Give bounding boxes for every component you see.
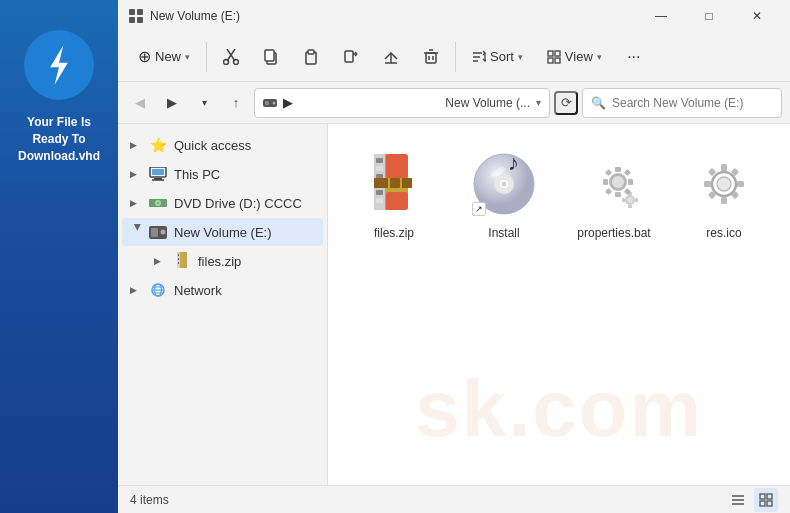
svg-rect-12: [308, 50, 314, 54]
file-item-files-zip[interactable]: files.zip: [344, 140, 444, 248]
monitor-icon: [149, 167, 167, 181]
search-box[interactable]: 🔍: [582, 88, 782, 118]
lightning-icon: [37, 43, 81, 87]
files-zip-name: files.zip: [374, 226, 414, 240]
svg-rect-63: [376, 198, 383, 203]
address-box[interactable]: ▶ New Volume (... ▾: [254, 88, 550, 118]
back-button[interactable]: ◀: [126, 89, 154, 117]
separator-1: [206, 42, 207, 72]
dvd-drive-icon: [148, 193, 168, 213]
svg-rect-28: [548, 51, 553, 56]
svg-rect-98: [737, 181, 744, 187]
svg-rect-13: [345, 51, 353, 62]
install-icon: ♪ ↗: [468, 148, 540, 220]
address-chevron-icon: ▾: [536, 97, 541, 108]
properties-bat-name: properties.bat: [577, 226, 650, 240]
copy-button[interactable]: [253, 39, 289, 75]
svg-marker-0: [50, 45, 68, 85]
svg-rect-62: [376, 190, 383, 195]
new-volume-label: New Volume (E:): [174, 225, 272, 240]
sort-chevron-icon: ▾: [518, 52, 523, 62]
svg-rect-29: [555, 51, 560, 56]
nav-item-files-zip[interactable]: ▶ files.zip: [146, 247, 323, 275]
svg-rect-81: [603, 179, 608, 185]
close-button[interactable]: ✕: [734, 0, 780, 32]
dvd-chevron-icon: ▶: [130, 198, 146, 208]
maximize-button[interactable]: □: [686, 0, 732, 32]
svg-point-88: [627, 197, 633, 203]
addressbar: ◀ ▶ ▾ ↑ ▶ New Volume (... ▾ ⟳ 🔍: [118, 82, 790, 124]
svg-rect-33: [265, 101, 269, 105]
gear-single-icon: [690, 150, 758, 218]
svg-point-8: [234, 59, 239, 64]
svg-rect-96: [721, 197, 727, 204]
properties-bat-icon: [578, 148, 650, 220]
svg-point-34: [273, 101, 276, 104]
disc-icon: [149, 196, 167, 210]
minimize-button[interactable]: —: [638, 0, 684, 32]
svg-rect-1: [129, 9, 135, 15]
files-zip-label: files.zip: [198, 254, 241, 269]
svg-rect-82: [628, 179, 633, 185]
new-volume-chevron-icon: ▶: [133, 224, 143, 240]
svg-rect-67: [386, 154, 408, 178]
grid-view-icon: [759, 493, 773, 507]
list-view-toggle[interactable]: [726, 488, 750, 512]
this-pc-icon: [148, 164, 168, 184]
up-button[interactable]: ↑: [222, 89, 250, 117]
svg-rect-19: [426, 53, 436, 63]
svg-rect-38: [152, 169, 164, 175]
install-name: Install: [488, 226, 519, 240]
svg-point-41: [157, 202, 159, 204]
nav-item-new-volume[interactable]: ▶ New Volume (E:): [122, 218, 323, 246]
share-button[interactable]: [373, 39, 409, 75]
res-ico-icon: [688, 148, 760, 220]
new-button[interactable]: ⊕ New ▾: [128, 41, 200, 72]
search-input[interactable]: [612, 96, 773, 110]
cut-button[interactable]: [213, 39, 249, 75]
share-icon: [383, 49, 399, 65]
more-button[interactable]: ···: [616, 39, 652, 75]
svg-rect-66: [390, 178, 400, 188]
file-item-install[interactable]: ♪ ↗ Install: [454, 140, 554, 248]
nav-item-dvd-drive[interactable]: ▶ DVD Drive (D:) CCCC: [122, 189, 323, 217]
nav-item-quick-access[interactable]: ▶ ⭐ Quick access: [122, 131, 323, 159]
file-item-properties-bat[interactable]: properties.bat: [564, 140, 664, 248]
svg-rect-3: [129, 17, 135, 23]
forward-button[interactable]: ▶: [158, 89, 186, 117]
svg-rect-108: [760, 501, 765, 506]
svg-rect-89: [628, 192, 632, 195]
files-zip-large-icon: [358, 148, 430, 220]
svg-rect-84: [624, 169, 631, 176]
svg-rect-80: [615, 192, 621, 197]
svg-rect-58: [376, 158, 383, 163]
nav-item-network[interactable]: ▶ Network: [122, 276, 323, 304]
window-icon: [128, 8, 144, 24]
svg-point-7: [224, 59, 229, 64]
winrar-icon: [360, 150, 428, 218]
new-volume-icon: [148, 222, 168, 242]
file-item-res-ico[interactable]: res.ico: [674, 140, 774, 248]
svg-rect-43: [151, 228, 158, 237]
dropdown-button[interactable]: ▾: [190, 89, 218, 117]
window-title: New Volume (E:): [150, 9, 638, 23]
paste-icon: [303, 49, 319, 65]
shortcut-badge: ↗: [472, 202, 486, 216]
delete-button[interactable]: [413, 39, 449, 75]
grid-view-toggle[interactable]: [754, 488, 778, 512]
network-icon: [148, 280, 168, 300]
svg-rect-85: [605, 188, 612, 195]
view-button[interactable]: View ▾: [537, 43, 612, 70]
winrar-mini-icon: [173, 252, 191, 270]
paste-button[interactable]: [293, 39, 329, 75]
network-label: Network: [174, 283, 222, 298]
refresh-button[interactable]: ⟳: [554, 91, 578, 115]
rename-button[interactable]: [333, 39, 369, 75]
sort-button[interactable]: Sort ▾: [462, 43, 533, 70]
quick-access-chevron-icon: ▶: [130, 140, 146, 150]
svg-rect-48: [178, 258, 179, 260]
file-view: sk.com: [328, 124, 790, 485]
watermark: sk.com: [415, 363, 703, 455]
nav-item-this-pc[interactable]: ▶ This PC: [122, 160, 323, 188]
statusbar: 4 items: [118, 485, 790, 513]
